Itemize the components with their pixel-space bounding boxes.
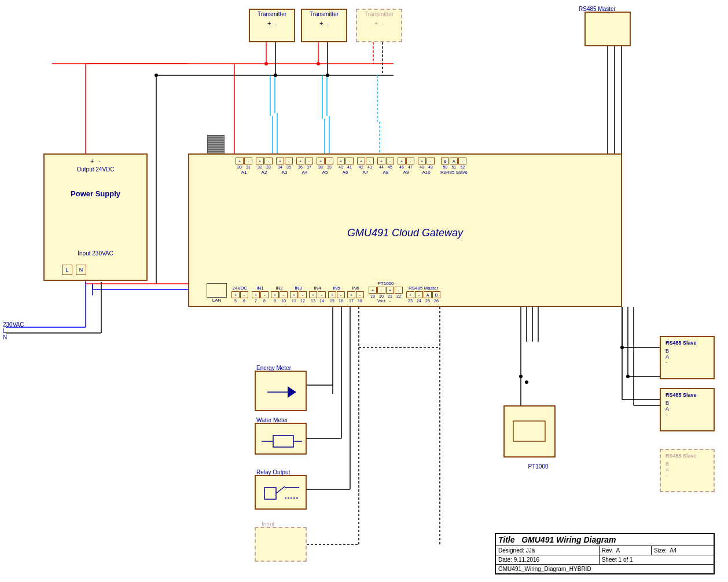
energy-meter-label: Energy Meter (256, 365, 291, 371)
pt1000-sensor-box (503, 405, 556, 457)
transmitter-2-label: Transmitter (302, 11, 346, 17)
svg-point-68 (155, 74, 158, 77)
rs485-slave-2-title: RS485 Slave (666, 392, 709, 398)
pt1000-label: PT1000 (512, 463, 564, 470)
svg-point-66 (264, 62, 268, 65)
energy-meter-box (255, 371, 307, 411)
relay-output-label: Relay Output (256, 469, 290, 475)
title-block-title: Title GMU491 Wiring Diagram (496, 534, 714, 546)
transmitter-2-box: Transmitter + - (301, 9, 347, 42)
sheet-label: Sheet 1 of 1 (599, 555, 714, 565)
voltage-label: 230VAC L N (3, 321, 24, 341)
svg-point-51 (519, 375, 523, 378)
power-supply-label: Power Supply (50, 189, 141, 198)
transmitter-1-label: Transmitter (250, 11, 294, 17)
water-meter-box (255, 423, 307, 455)
svg-point-52 (525, 380, 528, 384)
svg-rect-74 (273, 435, 293, 447)
diagram-container: + - Output 24VDC Power Supply Input 230V… (0, 0, 728, 582)
output-24vdc-label: Output 24VDC (50, 166, 141, 173)
gmu-main-box: + - 30 31 A1 + - 32 33 A2 (188, 153, 622, 307)
lan-label: LAN (212, 298, 222, 303)
rs485-slave-3-title: RS485 Slave (666, 453, 709, 459)
input-label: Input (262, 521, 274, 528)
gsm-antenna-box (207, 135, 225, 155)
date-label: Date: 9.11.2016 (496, 555, 600, 565)
rs485-master-label: RS485 Master (579, 6, 616, 12)
svg-point-67 (317, 62, 320, 65)
rs485-slave-1-title: RS485 Slave (666, 340, 709, 346)
svg-point-44 (626, 375, 630, 378)
rs485-slave-2-box: RS485 Slave B A - (660, 388, 715, 431)
svg-point-43 (620, 346, 624, 349)
rev-label: Rev. A (599, 546, 651, 555)
svg-rect-76 (264, 488, 276, 499)
rs485-slave-1-box: RS485 Slave B A - (660, 336, 715, 379)
transmitter-1-box: Transmitter + - (249, 9, 295, 42)
input-box (255, 527, 307, 562)
svg-point-69 (274, 74, 277, 77)
size-label: Size: A4 (651, 546, 714, 555)
transmitter-3-box: Transmitter + - (356, 9, 402, 42)
file-label: GMU491_Wiring_Diagram_HYBRID (496, 565, 714, 574)
input-230vac-label: Input 230VAC (50, 250, 141, 257)
water-meter-label: Water Meter (256, 417, 288, 423)
svg-marker-71 (288, 386, 296, 398)
rs485-slave-3-box: RS485 Slave B A - (660, 449, 715, 492)
rs485-master-box (584, 12, 631, 46)
designed-label: Designed: JJä (496, 546, 600, 555)
relay-output-box (255, 475, 307, 510)
gmu-title: GMU491 Cloud Gateway (347, 226, 463, 239)
transmitter-3-label: Transmitter (357, 11, 401, 17)
svg-line-77 (276, 486, 285, 493)
svg-rect-80 (513, 421, 545, 441)
title-block: Title GMU491 Wiring Diagram Designed: JJ… (495, 533, 715, 574)
power-supply-box: + - Output 24VDC Power Supply Input 230V… (43, 153, 148, 281)
svg-point-70 (326, 74, 329, 77)
